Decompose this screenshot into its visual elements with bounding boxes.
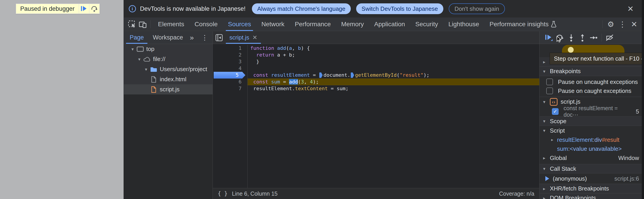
- call-stack-frame[interactable]: (anonymous)script.js:6: [540, 174, 644, 184]
- code-token: }: [250, 59, 259, 64]
- breakpoint-entry[interactable]: ✓ const resultElement = doc⋯ 5: [540, 107, 644, 116]
- resume-script-button[interactable]: [543, 32, 554, 43]
- tab-page[interactable]: Page: [125, 31, 148, 44]
- section-dom-breakpoints[interactable]: ▸ DOM Breakpoints: [540, 193, 644, 199]
- step-into-button[interactable]: [566, 32, 577, 43]
- scope-script-label: Script: [550, 127, 565, 134]
- tree-item-index.html[interactable]: index.html: [124, 74, 212, 84]
- more-options-kebab-icon[interactable]: ⋮: [616, 19, 628, 30]
- tab-memory[interactable]: Memory: [336, 17, 369, 31]
- file-tree: ▾top▾file://▾Users/user/projectindex.htm…: [124, 44, 212, 94]
- dont-show-again-button[interactable]: Don't show again: [449, 3, 505, 14]
- section-breakpoints[interactable]: ▾ Breakpoints: [540, 67, 644, 76]
- scope-global-group[interactable]: ▸ Global Window: [540, 153, 644, 163]
- code-token: .: [292, 86, 295, 91]
- resume-script-button[interactable]: [79, 4, 89, 13]
- code-token: = sum;: [328, 86, 348, 91]
- breakpoint-checkbox[interactable]: ✓: [552, 108, 558, 115]
- line-number-gutter[interactable]: 1234567: [213, 45, 248, 188]
- toolbar-separator: [602, 20, 603, 28]
- tab-elements[interactable]: Elements: [153, 17, 190, 31]
- checkbox[interactable]: [546, 78, 553, 85]
- notification-close-icon[interactable]: ✕: [627, 5, 634, 12]
- code-line-1[interactable]: function add(a, b) {: [248, 45, 539, 52]
- line-number-6[interactable]: 6: [213, 78, 248, 85]
- hide-navigator-button[interactable]: [213, 31, 226, 44]
- chevron-down-icon: ▾: [543, 69, 550, 74]
- code-token: ) {: [301, 45, 310, 51]
- chevron-right-icon[interactable]: ▸: [551, 137, 557, 142]
- frame-location[interactable]: script.js:6: [614, 175, 644, 182]
- breakpoint-badge[interactable]: 5: [214, 72, 246, 78]
- line-number-3[interactable]: 3: [213, 58, 248, 65]
- tree-item-file-[interactable]: ▾file://: [124, 54, 212, 64]
- code-token: =: [310, 72, 319, 78]
- tab-label: Network: [261, 21, 284, 28]
- tab-workspace[interactable]: Workspace: [148, 31, 188, 44]
- folder-icon: [150, 66, 158, 72]
- switch-devtools-japanese-button[interactable]: Switch DevTools to Japanese: [356, 3, 443, 14]
- chevron-down-icon[interactable]: ▾: [136, 56, 143, 62]
- editor-tab-scriptjs[interactable]: script.js ✕: [226, 31, 261, 44]
- tree-item-label: Users/user/project: [160, 66, 207, 73]
- debugger-toolbar: [540, 31, 644, 44]
- code-token: );: [313, 79, 319, 85]
- section-call-stack[interactable]: ▾ Call Stack: [540, 164, 644, 174]
- scope-prop-sum[interactable]: sum: <value unavailable>: [540, 144, 644, 153]
- step-out-button[interactable]: [577, 32, 588, 43]
- code-line-6[interactable]: const sum = add(3, 4);: [248, 78, 539, 85]
- scope-script-group[interactable]: ▾ Script: [540, 126, 644, 135]
- line-number-7[interactable]: 7: [213, 85, 248, 92]
- tree-item-script.js[interactable]: script.js: [124, 84, 212, 94]
- code-lines[interactable]: function add(a, b) { return a + b; } con…: [248, 45, 539, 188]
- tab-close-icon[interactable]: ✕: [252, 34, 257, 41]
- code-line-3[interactable]: }: [248, 58, 539, 65]
- settings-gear-icon[interactable]: ⚙: [605, 19, 616, 30]
- code-line-2[interactable]: return a + b;: [248, 52, 539, 58]
- device-toolbar-icon: [138, 20, 147, 28]
- tab-console[interactable]: Console: [190, 17, 223, 31]
- close-devtools-icon[interactable]: ✕: [628, 19, 640, 30]
- toolbar-right: ⚙ ⋮ ✕: [600, 19, 644, 30]
- tree-item-users-user-project[interactable]: ▾Users/user/project: [124, 64, 212, 74]
- tree-item-top[interactable]: ▾top: [124, 44, 212, 54]
- pretty-print-icon[interactable]: { }: [218, 191, 228, 197]
- inline-breakpoint-marker-icon[interactable]: [351, 72, 354, 78]
- tab-performance-insights[interactable]: Performance insights: [484, 17, 562, 31]
- code-editor[interactable]: 1234567 function add(a, b) { return a + …: [213, 44, 539, 188]
- checkbox-row-pause-on-caught-exceptions[interactable]: Pause on caught exceptions: [540, 86, 644, 95]
- tab-lighthouse[interactable]: Lighthouse: [443, 17, 484, 31]
- more-tabs-icon[interactable]: »: [188, 31, 196, 44]
- line-number-1[interactable]: 1: [213, 45, 248, 52]
- code-line-7[interactable]: resultElement.textContent = sum;: [248, 85, 539, 92]
- tab-application[interactable]: Application: [369, 17, 410, 31]
- tab-performance[interactable]: Performance: [290, 17, 336, 31]
- line-number-2[interactable]: 2: [213, 52, 248, 58]
- chevron-down-icon: ▾: [543, 99, 550, 105]
- devtools-toolbar: ElementsConsoleSourcesNetworkPerformance…: [124, 17, 644, 31]
- code-token: );: [424, 72, 430, 78]
- chevron-down-icon[interactable]: ▾: [129, 46, 136, 52]
- deactivate-breakpoints-button[interactable]: [604, 32, 615, 43]
- always-match-language-button[interactable]: Always match Chrome's language: [252, 3, 351, 14]
- checkbox[interactable]: [546, 87, 553, 94]
- code-token: (: [298, 79, 301, 85]
- navigator-kebab-icon[interactable]: ⋮: [197, 31, 212, 44]
- line-number-5[interactable]: 5: [213, 72, 248, 78]
- inspect-element-button[interactable]: [126, 19, 137, 30]
- code-token: =: [280, 79, 289, 85]
- line-number-4[interactable]: 4: [213, 65, 248, 72]
- checkbox-row-pause-on-uncaught-exceptions[interactable]: Pause on uncaught exceptions: [540, 77, 644, 86]
- step-over-button-overlay[interactable]: [89, 4, 99, 13]
- code-line-4[interactable]: [248, 65, 539, 72]
- tab-security[interactable]: Security: [410, 17, 443, 31]
- tab-network[interactable]: Network: [256, 17, 290, 31]
- scope-prop-resultElement[interactable]: ▸resultElement: div#result: [540, 135, 644, 144]
- section-xhr-breakpoints[interactable]: ▸ XHR/fetch Breakpoints: [540, 184, 644, 193]
- chevron-down-icon[interactable]: ▾: [143, 67, 150, 72]
- step-button[interactable]: [588, 32, 599, 43]
- toggle-device-toolbar-button[interactable]: [137, 19, 148, 30]
- tab-sources[interactable]: Sources: [223, 17, 256, 31]
- code-line-5[interactable]: const resultElement = document.getElemen…: [248, 72, 539, 78]
- inline-breakpoint-marker-icon[interactable]: [319, 72, 323, 78]
